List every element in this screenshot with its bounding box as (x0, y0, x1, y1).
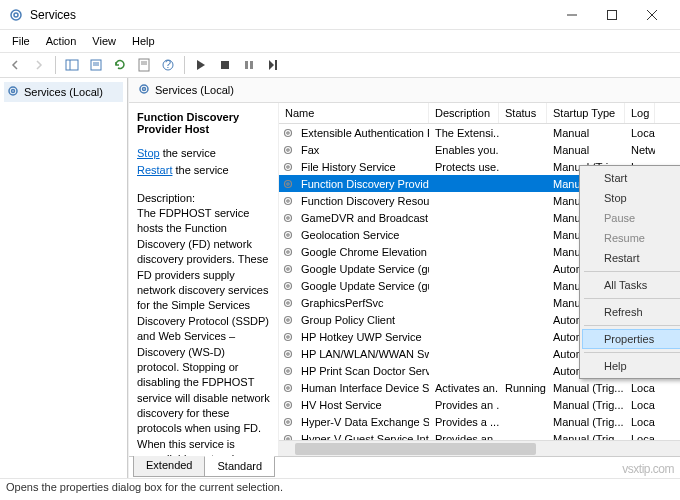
cell-name: Function Discovery Resourc... (295, 195, 429, 207)
svg-point-49 (287, 335, 289, 337)
right-header: Services (Local) (129, 78, 680, 103)
properties-button[interactable] (133, 54, 155, 76)
svg-point-1 (14, 13, 18, 17)
back-button[interactable] (4, 54, 26, 76)
tree-pane: Services (Local) (0, 78, 128, 478)
ctx-restart[interactable]: Restart (582, 248, 680, 268)
menu-view[interactable]: View (84, 33, 124, 49)
cell-name: File History Service (295, 161, 429, 173)
content-area: Function Discovery Provider Host Stop th… (129, 103, 680, 456)
ctx-separator (584, 352, 680, 353)
col-status[interactable]: Status (499, 103, 547, 123)
cell-startup: Manual (547, 127, 625, 139)
cell-name: GraphicsPerfSvc (295, 297, 429, 309)
ctx-refresh[interactable]: Refresh (582, 302, 680, 322)
scrollbar-thumb[interactable] (295, 443, 536, 455)
col-startup[interactable]: Startup Type (547, 103, 625, 123)
svg-rect-16 (221, 61, 229, 69)
service-row[interactable]: Extensible Authentication P...The Extens… (279, 124, 680, 141)
tab-standard[interactable]: Standard (204, 456, 275, 477)
show-hide-button[interactable] (61, 54, 83, 76)
svg-point-22 (140, 85, 148, 93)
help-button[interactable]: ? (157, 54, 179, 76)
service-row[interactable]: HV Host ServiceProvides an ...Manual (Tr… (279, 396, 680, 413)
cell-logon: Loca (625, 382, 655, 394)
svg-point-28 (285, 163, 292, 170)
service-icon (281, 263, 295, 275)
ctx-all-tasks[interactable]: All Tasks (582, 275, 680, 295)
maximize-button[interactable] (592, 1, 632, 29)
ctx-help[interactable]: Help (582, 356, 680, 376)
restart-tail: the service (172, 164, 228, 176)
service-icon (281, 229, 295, 241)
menu-file[interactable]: File (4, 33, 38, 49)
svg-point-44 (285, 299, 292, 306)
service-row[interactable]: FaxEnables you...ManualNetw (279, 141, 680, 158)
start-service-button[interactable] (190, 54, 212, 76)
cell-name: HP LAN/WLAN/WWAN Swi... (295, 348, 429, 360)
ctx-properties[interactable]: Properties (582, 329, 680, 349)
svg-point-52 (285, 367, 292, 374)
cell-startup: Manual (Trig... (547, 416, 625, 428)
right-pane: Services (Local) Function Discovery Prov… (128, 78, 680, 478)
toolbar-separator (184, 56, 185, 74)
service-icon (281, 161, 295, 173)
col-logon[interactable]: Log (625, 103, 655, 123)
pause-service-button[interactable] (238, 54, 260, 76)
stop-link[interactable]: Stop (137, 147, 160, 159)
restart-service-button[interactable] (262, 54, 284, 76)
cell-desc: Protects use... (429, 161, 499, 173)
svg-point-55 (287, 386, 289, 388)
svg-point-21 (12, 90, 15, 93)
col-description[interactable]: Description (429, 103, 499, 123)
ctx-start[interactable]: Start (582, 168, 680, 188)
service-row[interactable]: Hyper-V Data Exchange Ser...Provides a .… (279, 413, 680, 430)
ctx-resume: Resume (582, 228, 680, 248)
app-icon (8, 7, 24, 23)
service-icon (281, 127, 295, 139)
ctx-pause: Pause (582, 208, 680, 228)
svg-point-40 (285, 265, 292, 272)
description-text: The FDPHOST service hosts the Function D… (137, 206, 270, 456)
service-actions: Stop the service Restart the service (137, 145, 270, 178)
service-row[interactable]: Human Interface Device Ser...Activates a… (279, 379, 680, 396)
service-icon (281, 399, 295, 411)
svg-point-33 (287, 199, 289, 201)
cell-status: Running (499, 382, 547, 394)
horizontal-scrollbar[interactable] (279, 440, 680, 456)
menubar: File Action View Help (0, 30, 680, 52)
menu-help[interactable]: Help (124, 33, 163, 49)
service-icon (281, 382, 295, 394)
description-label: Description: (137, 192, 270, 204)
svg-rect-6 (66, 60, 78, 70)
menu-action[interactable]: Action (38, 33, 85, 49)
cell-name: Group Policy Client (295, 314, 429, 326)
svg-point-26 (285, 146, 292, 153)
refresh-button[interactable] (109, 54, 131, 76)
stop-tail: the service (160, 147, 216, 159)
cell-desc: Provides a ... (429, 416, 499, 428)
close-button[interactable] (632, 1, 672, 29)
minimize-button[interactable] (552, 1, 592, 29)
forward-button[interactable] (28, 54, 50, 76)
status-bar: Opens the properties dialog box for the … (0, 478, 680, 498)
col-name[interactable]: Name (279, 103, 429, 123)
watermark: vsxtip.com (622, 462, 674, 476)
tab-extended[interactable]: Extended (133, 456, 205, 477)
svg-point-57 (287, 403, 289, 405)
services-icon (6, 84, 20, 100)
svg-point-41 (287, 267, 289, 269)
cell-desc: The Extensi... (429, 127, 499, 139)
ctx-stop[interactable]: Stop (582, 188, 680, 208)
restart-link[interactable]: Restart (137, 164, 172, 176)
svg-point-58 (285, 418, 292, 425)
svg-point-38 (285, 248, 292, 255)
svg-point-24 (285, 129, 292, 136)
cell-name: HP Print Scan Doctor Service (295, 365, 429, 377)
cell-name: Human Interface Device Ser... (295, 382, 429, 394)
svg-point-36 (285, 231, 292, 238)
tree-root[interactable]: Services (Local) (4, 82, 123, 102)
stop-service-button[interactable] (214, 54, 236, 76)
export-button[interactable] (85, 54, 107, 76)
svg-point-51 (287, 352, 289, 354)
